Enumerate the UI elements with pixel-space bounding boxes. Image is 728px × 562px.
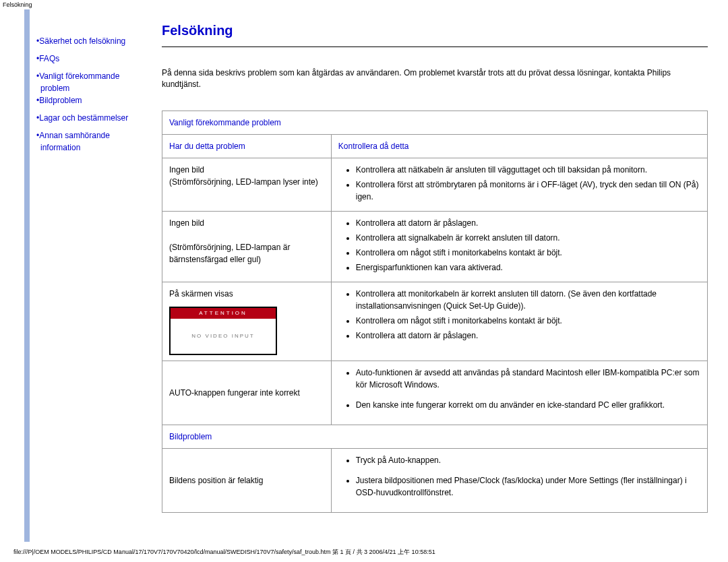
problem-cell: Bildens position är felaktig	[162, 448, 332, 512]
problem-cell: På skärmen visas ATTENTION NO VIDEO INPU…	[162, 282, 332, 361]
checks-list: Auto-funktionen är avsedd att användas p…	[338, 367, 700, 411]
check-item: Energisparfunktionen kan vara aktiverad.	[356, 261, 700, 274]
section2-header: Bildproblem	[162, 425, 708, 448]
check-item: Kontrollera först att strömbrytaren på m…	[356, 179, 700, 203]
check-item: Den kanske inte fungerar korrekt om du a…	[356, 399, 700, 411]
sidebar-item-image-problems[interactable]: Bildproblem	[36, 94, 142, 106]
sidebar-item-safety[interactable]: Säkerhet och felsökning	[36, 35, 142, 47]
checks-list: Kontrollera att nätkabeln är ansluten ti…	[338, 164, 700, 203]
sidebar-item-regulations[interactable]: Lagar och bestämmelser	[36, 112, 142, 124]
check-item: Auto-funktionen är avsedd att användas p…	[356, 367, 700, 391]
check-item: Tryck på Auto-knappen.	[356, 454, 700, 466]
problem-cell: Ingen bild (Strömförsörjning, LED-lampan…	[162, 211, 332, 282]
main-content: Felsökning På denna sida beskrivs proble…	[148, 9, 728, 542]
check-item: Kontrollera att datorn är påslagen.	[356, 217, 700, 229]
problem-line1: Ingen bild	[169, 164, 324, 176]
page-outer: Säkerhet och felsökning FAQs Vanligt för…	[0, 9, 728, 542]
table-row: Bildens position är felaktig Tryck på Au…	[162, 448, 708, 512]
attention-body: NO VIDEO INPUT	[171, 319, 276, 354]
left-accent-bar	[24, 9, 30, 542]
check-item: Kontrollera att nätkabeln är ansluten ti…	[356, 164, 700, 176]
check-item: Kontrollera att monitorkabeln är korrekt…	[356, 288, 700, 312]
section-header-row: Vanligt förekommande problem	[162, 111, 708, 134]
page-title: Felsökning	[162, 23, 708, 47]
troubleshoot-table: Vanligt förekommande problem Har du dett…	[162, 111, 708, 513]
sidebar-item-related-info[interactable]: Annan samhörande information	[36, 129, 142, 154]
checks-cell: Kontrollera att nätkabeln är ansluten ti…	[331, 158, 707, 211]
sidebar-nav: Säkerhet och felsökning FAQs Vanligt för…	[30, 9, 148, 542]
table-row: Ingen bild (Strömförsörjning, LED-lampan…	[162, 158, 708, 211]
problem-line1: På skärmen visas	[169, 288, 324, 300]
col1-header: Har du detta problem	[162, 134, 332, 158]
table-row: AUTO-knappen fungerar inte korrekt Auto-…	[162, 361, 708, 425]
problem-line2: (Strömförsörjning, LED-lampan är bärnste…	[169, 241, 324, 266]
check-item: Justera bildpositionen med Phase/Clock (…	[356, 474, 700, 499]
problem-line1: AUTO-knappen fungerar inte korrekt	[169, 387, 324, 399]
sidebar-item-common-problems[interactable]: Vanligt förekommande problem	[36, 70, 142, 94]
col2-header: Kontrollera då detta	[331, 134, 707, 158]
checks-cell: Kontrollera att datorn är påslagen. Kont…	[331, 211, 707, 282]
problem-cell: Ingen bild (Strömförsörjning, LED-lampan…	[162, 158, 332, 211]
checks-list: Kontrollera att monitorkabeln är korrekt…	[338, 288, 700, 342]
problem-line1: Bildens position är felaktig	[169, 474, 324, 487]
check-item: Kontrollera om något stift i monitorkabe…	[356, 315, 700, 327]
section-header-row: Bildproblem	[162, 425, 708, 448]
problem-line1: Ingen bild	[169, 217, 324, 229]
sidebar-item-faqs[interactable]: FAQs	[36, 53, 142, 65]
problem-line2: (Strömförsörjning, LED-lampan lyser inte…	[169, 176, 324, 188]
column-header-row: Har du detta problem Kontrollera då dett…	[162, 134, 708, 158]
checks-cell: Kontrollera att monitorkabeln är korrekt…	[331, 282, 707, 361]
checks-cell: Auto-funktionen är avsedd att användas p…	[331, 361, 707, 425]
problem-cell: AUTO-knappen fungerar inte korrekt	[162, 361, 332, 425]
attention-box: ATTENTION NO VIDEO INPUT	[169, 307, 277, 355]
checks-cell: Tryck på Auto-knappen. Justera bildposit…	[331, 448, 707, 512]
check-item: Kontrollera att signalkabeln är korrekt …	[356, 232, 700, 244]
attention-top: ATTENTION	[171, 308, 276, 319]
page-label: Felsökning	[0, 0, 728, 9]
table-row: Ingen bild (Strömförsörjning, LED-lampan…	[162, 211, 708, 282]
section1-header: Vanligt förekommande problem	[162, 111, 708, 134]
checks-list: Kontrollera att datorn är påslagen. Kont…	[338, 217, 700, 274]
footer-file-path: file:///P|/OEM MODELS/PHILIPS/CD Manual/…	[13, 548, 435, 557]
check-item: Kontrollera att datorn är påslagen.	[356, 330, 700, 342]
table-row: På skärmen visas ATTENTION NO VIDEO INPU…	[162, 282, 708, 361]
intro-text: På denna sida beskrivs problem som kan å…	[162, 67, 708, 90]
check-item: Kontrollera om något stift i monitorkabe…	[356, 247, 700, 259]
checks-list: Tryck på Auto-knappen. Justera bildposit…	[338, 454, 700, 499]
